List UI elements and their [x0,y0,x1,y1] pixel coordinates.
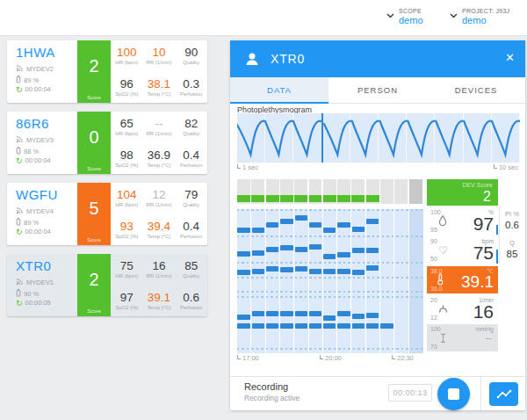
patient-id: 1HWA [16,45,55,60]
battery-icon [16,288,21,299]
device-name: MYDEV4 [26,207,54,215]
score-value: 2 [77,56,111,76]
vital-value: 0.4 [175,221,207,233]
hr-trend-segment [309,222,321,228]
status-trend-segment [352,323,365,329]
pi-block: PI % 0.6 [500,210,524,230]
device-name: MYDEV3 [26,136,54,144]
battery-level: 89 % [24,76,39,84]
respiration-tile[interactable]: 20 12 1/min 16 [427,295,498,322]
recording-bar: Recording Recording active 00:00:13 [230,376,525,410]
session-timer: 00:00:04 [25,156,51,164]
project-dropdown[interactable]: PROJECT: J93J demo [450,8,509,25]
hr-trend-segment [252,228,264,233]
score-history-bar [309,195,322,202]
ppg-axis-left-label: 1 sec [237,163,258,171]
vital-label: Quality [175,60,207,65]
temp-trend-segment [252,269,264,274]
project-value[interactable]: demo [462,15,509,25]
vital-label: Perfusion [175,305,207,310]
score-history-cell [309,179,322,204]
vital-label: HR (bpm) [111,202,143,207]
ppg-chart[interactable] [237,113,520,163]
status-trend-segment [280,323,292,329]
vital-value: 38.1 [143,78,176,91]
hr-trend-segment [295,215,307,221]
trend-axis-label-1: 17:00 [237,354,259,362]
vital-value: 0.4 [175,149,207,162]
vital-label: RR (1/min) [143,131,176,136]
score-history-cell [280,179,293,204]
score-history-cell [394,179,408,204]
vital-label: Temp (°C) [143,163,176,168]
dev-score-label: DEV Score [462,182,493,188]
patient-card-wgfu[interactable]: WGFU MYDEV4 89 % ↻00:00:04 5 Score 104HR… [7,183,207,245]
patient-card-xtr0[interactable]: XTR0 MYDEV1 90 % ↻00:00:05 2 Score 75HR … [7,254,207,316]
dev-score-tile[interactable]: DEV Score 2 [427,179,498,206]
vital-value: 104 [111,189,143,201]
chart-button[interactable] [489,382,518,406]
temp-trend-segment [295,266,307,272]
vital-value: 75 [111,260,143,272]
vital-value: 0.6 [175,292,207,304]
spo2-tile[interactable]: 100 95 % 97 [427,207,498,235]
vital-value: 0.3 [175,78,207,91]
rr-trend-segment [366,313,379,318]
temp-trend-segment [237,270,249,275]
tab-devices[interactable]: DEVICES [427,77,525,104]
status-trend-segment [237,323,249,329]
heart-rate-value: 75 [473,243,494,263]
trend-gridline [237,277,423,279]
project-label: PROJECT: J93J [462,8,509,14]
stop-recording-button[interactable] [437,378,470,410]
temperature-tile[interactable]: 38.0 36.0 °C 39.1 [427,266,498,293]
tab-data[interactable]: DATA [230,77,328,104]
score-history-bar [366,195,379,202]
dev-score-value: 2 [483,189,491,205]
ppg-cursor [321,113,323,163]
vital-label: Quality [175,273,207,279]
status-trend-segment [366,323,379,329]
score-label: Score [77,308,111,314]
score-label: Score [77,237,111,243]
trend-gridline [237,262,423,264]
trend-gridline [237,348,423,350]
vital-label: Perfusion [175,91,207,97]
range-top: 90 [430,238,437,244]
trend-gridline [237,296,423,298]
score-history-bar [251,195,264,202]
hr-trend-segment [266,222,278,228]
status-trend-segment [309,323,321,329]
hr-trend-segment [352,227,365,232]
patient-card-86r6[interactable]: 86R6 MYDEV3 88 % ↻00:00:04 0 Score 65HR … [7,112,207,174]
hr-trend-segment [237,228,249,233]
nibp-tile[interactable]: 100 70 mmHg -- [427,324,498,351]
score-history-bar [323,195,336,202]
hr-trend-segment [366,219,379,224]
close-icon[interactable]: ✕ [505,52,515,64]
status-trend-segment [266,323,278,329]
scope-value[interactable]: demo [399,15,423,25]
spo2-trend-segment [295,247,307,252]
battery-icon [16,75,21,85]
patient-card-1hwa[interactable]: 1HWA MYDEV2 89 % ↻00:00:04 2 Score 100HR… [7,40,207,103]
sync-icon: ↻ [16,228,23,235]
scope-dropdown[interactable]: SCOPE demo [386,8,423,25]
vital-label: Temp (°C) [143,305,176,310]
person-icon [244,51,260,70]
score-history-bar [351,195,365,202]
tab-person[interactable]: PERSON [328,77,427,104]
quality-block: Q 85 [500,239,524,259]
heart-rate-tile[interactable]: 90 50 bpm ♡ 75 [427,236,498,264]
spo2-trend-segment [252,250,264,256]
detail-panel: XTR0 ✕ DATA PERSON DEVICES Photoplethysm… [230,40,525,410]
patient-id: WGFU [16,187,58,202]
rr-trend-segment [280,311,292,316]
status-trend-segment [337,323,350,329]
vital-label: RR (1/min) [143,273,176,279]
spo2-trend-segment [309,244,321,250]
score-history-cell [351,179,365,204]
detail-header: XTR0 ✕ [230,40,525,77]
ppg-waveform [237,113,520,163]
score-history-cell [337,179,350,204]
